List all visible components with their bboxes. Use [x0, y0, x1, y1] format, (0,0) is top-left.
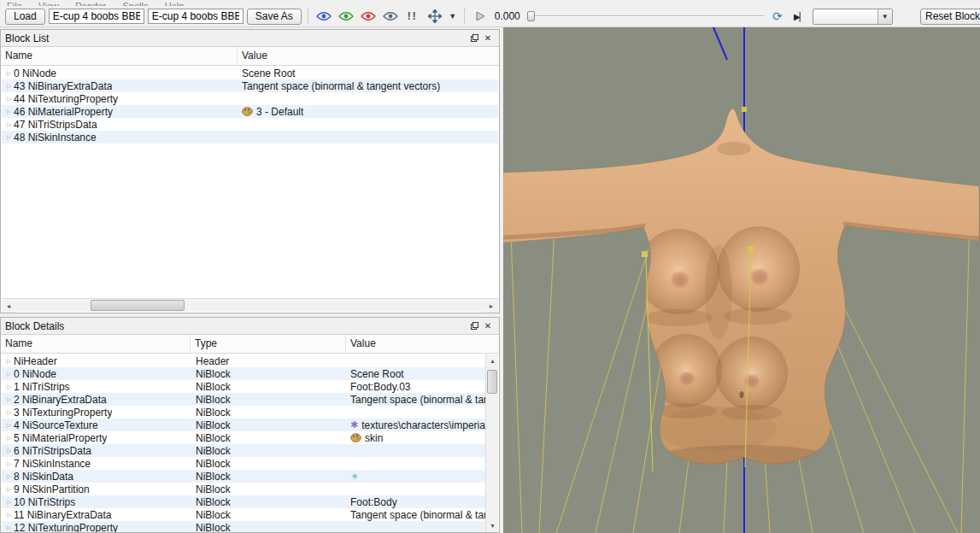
cell-value: Tangent space (binormal & tangent vector… — [238, 79, 498, 92]
horizontal-scrollbar[interactable]: ◄ ► — [2, 298, 498, 312]
expand-icon[interactable]: ▷ — [4, 121, 14, 128]
table-row[interactable]: ▷0 NiNodeScene Root — [2, 67, 498, 79]
table-row[interactable]: ▷NiHeaderHeader — [2, 354, 485, 367]
scrollbar-thumb[interactable] — [487, 370, 497, 394]
menu-render[interactable]: Render — [68, 0, 113, 6]
palette-icon — [350, 433, 361, 442]
cell-type: Header — [191, 354, 347, 367]
expand-icon[interactable]: ▷ — [4, 435, 14, 442]
menu-help[interactable]: Help — [158, 0, 191, 6]
expand-icon[interactable]: ▷ — [4, 96, 14, 102]
step-icon[interactable]: ▶▏ — [790, 8, 809, 25]
table-row[interactable]: ▷48 NiSkinInstance — [2, 131, 498, 144]
3d-viewport[interactable] — [503, 27, 980, 533]
table-row[interactable]: ▷44 NiTexturingProperty — [2, 92, 498, 105]
move-icon[interactable] — [425, 8, 444, 25]
load-button[interactable]: Load — [5, 9, 45, 25]
expand-icon[interactable]: ▷ — [4, 70, 14, 77]
cell-type: NiBlock — [191, 483, 347, 495]
filename-input-1[interactable] — [49, 9, 144, 24]
eye-green-icon[interactable] — [337, 8, 355, 25]
expand-icon[interactable]: ▷ — [4, 524, 14, 531]
expand-icon[interactable]: ▷ — [4, 512, 14, 518]
table-row[interactable]: ▷2 NiBinaryExtraDataNiBlockTangent space… — [2, 393, 485, 406]
table-row[interactable]: ▷9 NiSkinPartitionNiBlock — [2, 483, 485, 495]
time-slider[interactable] — [527, 9, 765, 24]
expand-icon[interactable]: ▷ — [4, 384, 14, 390]
column-header-name[interactable]: Name — [1, 335, 191, 353]
cell-name: ▷2 NiBinaryExtraData — [2, 393, 191, 406]
cell-type: NiBlock — [191, 457, 347, 470]
cell-type: NiBlock — [191, 521, 347, 532]
table-row[interactable]: ▷1 NiTriStripsNiBlockFoot:Body.03 — [2, 380, 485, 393]
table-row[interactable]: ▷43 NiBinaryExtraDataTangent space (bino… — [2, 79, 498, 92]
filename-input-2[interactable] — [148, 9, 244, 24]
column-header-value[interactable]: Value — [238, 47, 499, 65]
table-row[interactable]: ▷8 NiSkinDataNiBlock✶ — [2, 470, 485, 483]
table-row[interactable]: ▷11 NiBinaryExtraDataNiBlockTangent spac… — [2, 508, 485, 521]
expand-icon[interactable]: ▷ — [4, 371, 14, 378]
cell-name: ▷11 NiBinaryExtraData — [2, 508, 191, 521]
expand-icon[interactable]: ▷ — [4, 134, 14, 141]
expand-icon[interactable]: ▷ — [4, 473, 14, 480]
table-row[interactable]: ▷7 NiSkinInstanceNiBlock — [2, 457, 485, 470]
menu-file[interactable]: File — [0, 0, 29, 6]
float-panel-icon[interactable] — [467, 320, 481, 332]
menubar: File View Render Spells Help — [0, 0, 980, 6]
expand-icon[interactable]: ▷ — [4, 460, 14, 467]
eye-red-icon[interactable] — [359, 8, 378, 25]
expand-icon[interactable]: ▷ — [4, 486, 14, 493]
table-row[interactable]: ▷46 NiMaterialProperty3 - Default — [2, 105, 498, 118]
expand-icon[interactable]: ▷ — [4, 108, 14, 115]
block-details-titlebar: Block Details ✕ — [1, 318, 499, 335]
cell-name: ▷9 NiSkinPartition — [2, 483, 191, 495]
block-details-title: Block Details — [5, 320, 64, 332]
scrollbar-thumb[interactable] — [91, 300, 185, 311]
slider-handle[interactable] — [527, 11, 535, 21]
scroll-down-icon[interactable]: ▼ — [486, 519, 499, 532]
close-icon[interactable]: ✕ — [481, 32, 495, 44]
table-row[interactable]: ▷5 NiMaterialPropertyNiBlockskin — [2, 431, 485, 444]
table-row[interactable]: ▷4 NiSourceTextureNiBlock✱textures\chara… — [2, 419, 485, 431]
chevron-down-icon[interactable]: ▼ — [448, 12, 458, 20]
expand-icon[interactable]: ▷ — [4, 499, 14, 506]
column-header-name[interactable]: Name — [1, 47, 238, 65]
menu-view[interactable]: View — [32, 0, 66, 6]
cell-type: NiBlock — [191, 495, 347, 508]
save-as-button[interactable]: Save As — [247, 9, 302, 25]
eye-blue-icon[interactable] — [314, 8, 333, 25]
expand-icon[interactable]: ▷ — [4, 422, 14, 429]
cell-name: ▷47 NiTriStripsData — [2, 118, 238, 131]
expand-icon[interactable]: ▷ — [4, 358, 14, 365]
close-icon[interactable]: ✕ — [481, 320, 495, 332]
expand-icon[interactable]: ▷ — [4, 409, 14, 416]
loop-icon[interactable]: ⟳ — [768, 8, 787, 25]
scroll-right-icon[interactable]: ► — [484, 299, 498, 313]
animation-combo[interactable]: ▼ — [813, 9, 893, 25]
scroll-up-icon[interactable]: ▲ — [486, 354, 499, 367]
reset-block-details-button[interactable]: Reset Block Deta — [920, 9, 980, 25]
scroll-left-icon[interactable]: ◄ — [2, 299, 15, 313]
play-icon[interactable] — [471, 8, 490, 25]
expand-icon[interactable]: ▷ — [4, 83, 14, 90]
table-row[interactable]: ▷3 NiTexturingPropertyNiBlock — [2, 406, 485, 419]
texture-icon: ✱ — [350, 419, 358, 430]
float-panel-icon[interactable] — [467, 32, 481, 44]
cell-value: Scene Root — [347, 367, 485, 380]
expand-icon[interactable]: ▷ — [4, 448, 14, 454]
eye-gray-icon[interactable] — [381, 8, 400, 25]
vertical-scrollbar[interactable]: ▲ ▼ — [485, 354, 498, 532]
table-row[interactable]: ▷10 NiTriStripsNiBlockFoot:Body — [2, 495, 485, 508]
table-row[interactable]: ▷47 NiTriStripsData — [2, 118, 498, 131]
table-row[interactable]: ▷12 NiTexturingPropertyNiBlock — [2, 521, 485, 532]
table-row[interactable]: ▷6 NiTriStripsDataNiBlock — [2, 444, 485, 457]
combo-arrow-icon[interactable]: ▼ — [877, 9, 892, 24]
column-header-type[interactable]: Type — [191, 335, 346, 353]
menu-spells[interactable]: Spells — [116, 0, 156, 6]
table-row[interactable]: ▷0 NiNodeNiBlockScene Root — [2, 367, 485, 380]
cell-type: NiBlock — [191, 367, 347, 380]
column-header-value[interactable]: Value — [346, 335, 499, 353]
expand-icon[interactable]: ▷ — [4, 396, 14, 403]
double-exclamation-icon[interactable]: !! — [403, 8, 422, 25]
cell-type: NiBlock — [191, 431, 347, 444]
